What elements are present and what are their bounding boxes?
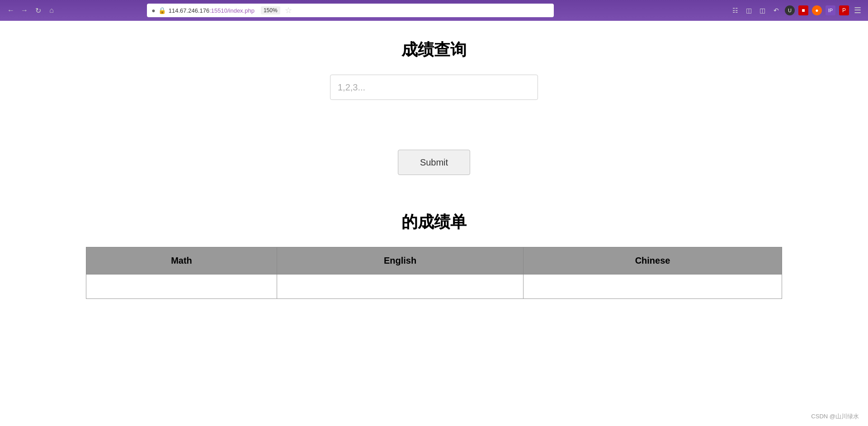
table-row — [86, 275, 782, 299]
menu-icon[interactable]: ☰ — [853, 5, 863, 15]
back-button[interactable]: ← — [5, 5, 16, 16]
col-english: English — [277, 247, 524, 275]
col-math: Math — [86, 247, 277, 275]
red-icon[interactable]: ■ — [798, 5, 808, 15]
bookmark-icon[interactable]: ☆ — [285, 5, 292, 15]
sidebar-icon[interactable]: ◫ — [744, 5, 754, 15]
table-header: Math English Chinese — [86, 247, 782, 275]
forward-button[interactable]: → — [19, 5, 30, 16]
page-content: 成绩查询 Submit 的成绩单 Math English Chinese — [0, 21, 868, 317]
url-text: 114.67.246.176:15510/index.php — [169, 7, 255, 14]
results-table: Math English Chinese — [86, 247, 782, 299]
security-icon: ● — [151, 7, 155, 14]
orange-icon[interactable]: ● — [812, 5, 822, 15]
table-header-row: Math English Chinese — [86, 247, 782, 275]
table-body — [86, 275, 782, 299]
purple-icon[interactable]: IP — [826, 5, 835, 15]
screenshot-icon[interactable]: ◫ — [758, 5, 768, 15]
col-chinese: Chinese — [524, 247, 782, 275]
toolbar-right: ☷ ◫ ◫ ↶ U ■ ● IP P ☰ — [731, 5, 863, 15]
address-bar[interactable]: ● 🔒 114.67.246.176:15510/index.php 150% … — [147, 4, 554, 17]
home-button[interactable]: ⌂ — [46, 5, 57, 16]
page-title: 成绩查询 — [401, 39, 467, 61]
user-avatar-icon[interactable]: U — [785, 5, 795, 15]
undo-icon[interactable]: ↶ — [771, 5, 781, 15]
search-input[interactable] — [330, 75, 538, 100]
watermark: CSDN @山川绿水 — [811, 412, 859, 421]
cell-math — [86, 275, 277, 299]
cell-english — [277, 275, 524, 299]
extensions-icon[interactable]: ☷ — [731, 5, 741, 15]
submit-button[interactable]: Submit — [398, 150, 470, 175]
reload-button[interactable]: ↻ — [33, 5, 43, 16]
cell-chinese — [524, 275, 782, 299]
results-title: 的成绩单 — [401, 211, 467, 233]
pdf-icon[interactable]: P — [839, 5, 849, 15]
browser-chrome: ← → ↻ ⌂ ● 🔒 114.67.246.176:15510/index.p… — [0, 0, 868, 21]
nav-buttons: ← → ↻ ⌂ — [5, 5, 57, 16]
zoom-badge: 150% — [261, 6, 280, 14]
lock-icon: 🔒 — [158, 7, 166, 14]
